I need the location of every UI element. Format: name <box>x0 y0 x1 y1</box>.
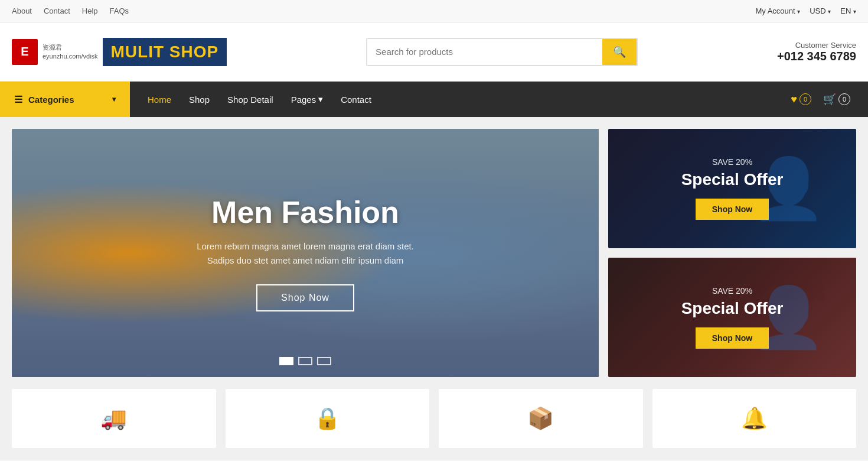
hero-dots <box>279 357 331 365</box>
hero-slider[interactable]: Men Fashion Lorem rebum magna amet lorem… <box>12 129 599 377</box>
help-link[interactable]: Help <box>82 7 98 15</box>
top-bar: About Contact Help FAQs My Account ▾ USD… <box>0 0 868 22</box>
my-account-dropdown[interactable]: My Account ▾ <box>755 7 800 15</box>
contact-link[interactable]: Contact <box>44 7 70 15</box>
search-input[interactable] <box>367 47 602 57</box>
hero-dot-3[interactable] <box>317 357 331 365</box>
logo-text-line1: 资源君 <box>43 43 98 51</box>
top-bar-right: My Account ▾ USD ▾ EN ▾ <box>755 7 856 15</box>
top-bar-links: About Contact Help FAQs <box>12 7 129 15</box>
returns-icon: 📦 <box>527 406 554 431</box>
banner-2-save-text: SAVE 20% <box>681 286 784 296</box>
logo-area[interactable]: E 资源君 eyunzhu.com/vdisk MULIT SHOP <box>12 38 227 66</box>
hero-overlay: Men Fashion Lorem rebum magna amet lorem… <box>193 194 417 311</box>
nav-links: Home Shop Shop Detail Pages ▾ Contact <box>130 94 791 105</box>
logo-text-line2: eyunzhu.com/vdisk <box>43 52 98 60</box>
cart-count: 0 <box>838 93 850 105</box>
banner-1-shop-now-button[interactable]: Shop Now <box>696 199 769 220</box>
customer-service: Customer Service +012 345 6789 <box>777 41 856 63</box>
nav-contact[interactable]: Contact <box>341 95 371 105</box>
menu-icon: ☰ <box>14 94 22 105</box>
hero-description: Lorem rebum magna amet lorem magna erat … <box>193 239 417 268</box>
logo-icon: E <box>12 39 38 65</box>
hero-shop-now-button[interactable]: Shop Now <box>256 284 354 311</box>
nav-shop[interactable]: Shop <box>189 95 210 105</box>
banner-2-offer-text: Special Offer <box>681 299 784 318</box>
customer-phone[interactable]: +012 345 6789 <box>777 50 856 63</box>
chevron-down-icon: ▾ <box>112 95 116 103</box>
feature-card-3: 🔔 <box>652 389 857 448</box>
nav-home[interactable]: Home <box>148 95 171 105</box>
main-content: Men Fashion Lorem rebum magna amet lorem… <box>0 117 868 389</box>
nav-right: ♥ 0 🛒 0 <box>791 93 868 106</box>
hero-title: Men Fashion <box>193 194 417 230</box>
hero-dot-2[interactable] <box>298 357 312 365</box>
chevron-down-icon: ▾ <box>318 94 323 105</box>
shipping-icon: 🚚 <box>100 406 127 431</box>
side-banner-1: SAVE 20% Special Offer Shop Now <box>608 129 856 248</box>
categories-label: Categories <box>28 95 74 105</box>
customer-service-label: Customer Service <box>777 41 856 50</box>
categories-button[interactable]: ☰ Categories ▾ <box>0 82 130 117</box>
wishlist-button[interactable]: ♥ 0 <box>791 93 811 106</box>
cart-button[interactable]: 🛒 0 <box>823 93 850 106</box>
security-icon: 🔒 <box>314 406 341 431</box>
currency-dropdown[interactable]: USD ▾ <box>810 7 831 15</box>
nav-shop-detail[interactable]: Shop Detail <box>227 95 273 105</box>
banner-1-save-text: SAVE 20% <box>681 157 784 167</box>
feature-card-1: 🔒 <box>226 389 430 448</box>
wishlist-count: 0 <box>800 93 811 105</box>
feature-cards: 🚚 🔒 📦 🔔 <box>0 389 868 460</box>
site-name-part1: MULIT <box>111 43 165 61</box>
hero-background: Men Fashion Lorem rebum magna amet lorem… <box>12 129 599 377</box>
site-name-part2: SHOP <box>169 43 218 61</box>
hero-dot-1[interactable] <box>279 357 293 365</box>
offers-icon: 🔔 <box>741 406 768 431</box>
side-banner-1-content: SAVE 20% Special Offer Shop Now <box>670 157 795 220</box>
navigation-bar: ☰ Categories ▾ Home Shop Shop Detail Pag… <box>0 82 868 117</box>
feature-card-2: 📦 <box>439 389 643 448</box>
banner-1-offer-text: Special Offer <box>681 170 784 189</box>
faqs-link[interactable]: FAQs <box>110 7 129 15</box>
search-button[interactable]: 🔍 <box>602 39 637 65</box>
side-banner-2: SAVE 20% Special Offer Shop Now <box>608 258 856 377</box>
heart-icon: ♥ <box>791 93 797 106</box>
side-banners: SAVE 20% Special Offer Shop Now SAVE 20%… <box>608 129 856 377</box>
banner-2-shop-now-button[interactable]: Shop Now <box>696 327 769 349</box>
about-link[interactable]: About <box>12 7 32 15</box>
header: E 资源君 eyunzhu.com/vdisk MULIT SHOP 🔍 Cus… <box>0 22 868 82</box>
feature-card-0: 🚚 <box>12 389 216 448</box>
search-bar[interactable]: 🔍 <box>366 38 638 66</box>
nav-pages[interactable]: Pages ▾ <box>291 94 324 105</box>
language-dropdown[interactable]: EN ▾ <box>840 7 856 15</box>
site-name: MULIT SHOP <box>103 38 227 66</box>
cart-icon: 🛒 <box>823 93 836 106</box>
side-banner-2-content: SAVE 20% Special Offer Shop Now <box>670 286 795 349</box>
